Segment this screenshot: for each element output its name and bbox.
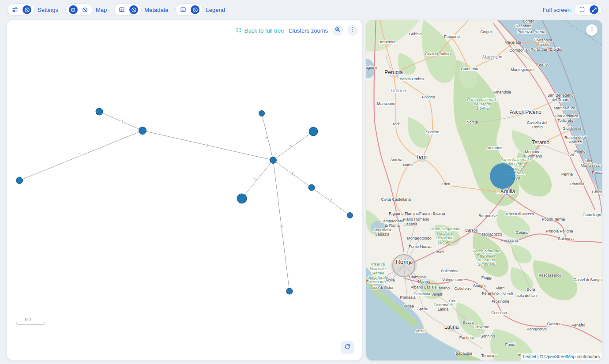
metadata-pill [114,4,142,16]
map-label: Sulmona [558,236,574,241]
map-label: L'Aquila [496,188,515,195]
map-label: Ardea [403,304,414,308]
target-icon[interactable] [69,5,78,14]
metadata-label[interactable]: Metadata [144,7,168,13]
edge-weight-label: 1 [329,198,333,203]
map-label: Sezze [462,320,474,325]
map-label: Pratola Peligna [546,229,573,233]
map-label: Tagliacozzo [481,232,502,236]
map-label: Lido di Ostia [371,285,393,290]
sync-icon [236,27,242,34]
map-label: Marche [482,54,499,60]
recenter-button[interactable] [341,341,354,354]
map-panel: LoretoRecanatiCingoliPotenza PicenaGubbi… [366,20,602,360]
leaflet-link[interactable]: Leaflet [523,354,536,359]
map-label: Narni [403,163,413,167]
map-label: Montesilvano [580,163,602,168]
map-label: Silvi [585,159,592,163]
edge-weight-label: 1 [120,119,124,124]
map-label: Valmontone [442,278,463,282]
tree-node[interactable] [308,184,315,191]
clusters-zooms-button[interactable]: Clusters zooms [288,27,328,34]
tree-node[interactable] [16,177,23,184]
map-label: Gubbio [409,32,421,36]
ban-icon[interactable] [129,5,138,14]
tree-node[interactable] [286,288,293,294]
map[interactable]: LoretoRecanatiCingoliPotenza PicenaGubbi… [366,20,602,360]
map-label: Fermo [536,62,548,67]
fullscreen-label[interactable]: Full screen [542,7,571,13]
map-label: Pontecorvo [526,327,547,331]
map-label: Marsciano [377,101,395,106]
ban-icon[interactable] [23,5,31,14]
map-label: Bastia Umbra [400,77,424,81]
tree-node[interactable] [270,157,277,164]
map-label: Veroli [503,292,513,296]
tree-menu-button[interactable] [347,25,358,36]
tree-node[interactable] [237,194,247,203]
legend-pill [175,4,203,16]
map-label: Rieti [442,182,450,186]
map-label: Celano [516,230,529,235]
legend-group: Legend [175,4,225,16]
expand-icon[interactable] [578,5,586,14]
settings-label[interactable]: Settings [38,7,58,13]
map-label[interactable]: Map [96,7,107,13]
map-label: Fiuggi [481,275,492,280]
edge-weight-label: 3 [279,225,284,228]
map-label: Frosinone [492,299,509,304]
map-label: Pescasseroli [538,273,561,278]
map-label: Todi [392,122,400,126]
map-label: Fiano Romano [403,217,429,221]
legend-label[interactable]: Legend [206,7,225,13]
map-label: Loreto [523,20,534,23]
fullscreen-icon[interactable] [590,5,598,14]
tree-node[interactable] [96,108,103,115]
list-icon[interactable] [179,5,188,14]
map-label: Ferentino [482,291,499,296]
map-label: Perugia [384,69,403,75]
map-label: Chieti [592,190,602,194]
map-label: Rocca di Mezzo [506,212,534,216]
scale-bar: 0.7 [17,317,44,324]
tree-canvas[interactable]: 133111113 0.7 [7,20,362,360]
openstreetmap-link[interactable]: OpenStreetMap [544,354,575,359]
map-label: Borgorose [478,214,497,218]
map-label: Anagni [473,283,485,288]
tree-node[interactable] [259,111,265,116]
zoom-in-button[interactable] [332,25,343,36]
map-label: Pontinia [459,335,474,340]
table-icon[interactable] [117,5,126,14]
map-label: Spoleto [426,130,440,134]
map-label: Teramo [532,139,549,146]
settings-pill [7,4,35,16]
tree-node[interactable] [139,127,147,135]
tree-node[interactable] [347,213,353,218]
map-label: Sabaudia [455,351,472,356]
map-label: Amelia [390,158,402,162]
tree-panel: Back to full tree Clusters zooms 1331111… [7,20,362,360]
kebab-menu-icon [589,26,595,34]
ban-icon[interactable] [191,5,199,14]
map-label: Amandola [493,90,511,94]
cluster-map-marker[interactable] [490,163,515,189]
map-label: Recanati [515,24,531,28]
map-label: Avezzano [500,238,518,243]
map-label: Castel di Sangro [574,278,602,282]
map-label: Lariano [436,286,450,290]
map-label: Cassino [547,322,562,326]
map-label: Alba Adriatica [554,114,578,118]
map-menu-button[interactable] [586,24,598,36]
ban-icon[interactable] [81,5,90,14]
map-label: Corridonia [509,48,528,53]
back-to-full-tree-button[interactable]: Back to full tree [236,27,284,34]
top-toolbar: Settings Map Metadata [0,0,609,19]
map-label: Sonnino [480,334,495,338]
map-label: Roma [396,259,412,265]
map-label: Terni [416,154,428,160]
map-label: Tivoli [435,250,444,254]
map-label: Isola del Liri [515,293,537,298]
tune-icon[interactable] [11,5,19,14]
tree-node[interactable] [309,127,318,136]
map-label: Camerino [461,67,478,71]
